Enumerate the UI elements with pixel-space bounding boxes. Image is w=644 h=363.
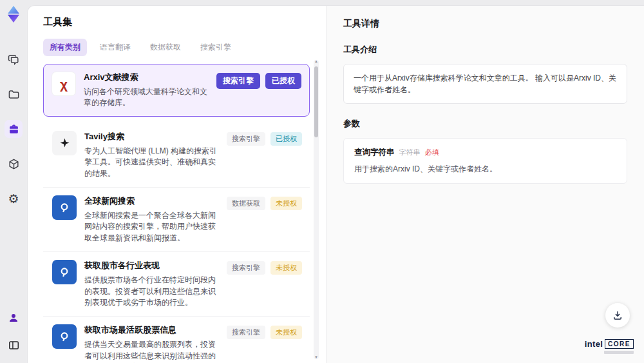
intro-heading: 工具介绍 <box>343 44 627 55</box>
gear-icon: ⚙ <box>8 193 19 205</box>
tool-name: Arxiv文献搜索 <box>84 72 209 83</box>
category-tabs: 所有类别 语言翻译 数据获取 搜索引擎 <box>43 39 326 56</box>
toolbox-icon <box>8 123 20 135</box>
intro-text: 一个用于从Arxiv存储库搜索科学论文和文章的工具。 输入可以是Arxiv ID… <box>343 64 627 104</box>
tool-card-sector-performance[interactable]: 获取股市各行业表现 提供股票市场各个行业在特定时间段内的表现。投资者可以利用这些… <box>43 252 310 317</box>
tool-description: 提供股票市场各个行业在特定时间段内的表现。投资者可以利用这些信息来识别表现优于或… <box>84 275 219 308</box>
tool-name: Tavily搜索 <box>84 131 219 142</box>
auth-badge: 已授权 <box>265 73 301 89</box>
tab-data-fetch[interactable]: 数据获取 <box>144 39 187 56</box>
param-required-badge: 必填 <box>425 148 439 157</box>
param-description: 用于搜索的Arxiv ID、关键字或作者姓名。 <box>354 164 616 175</box>
tool-list-panel: 工具集 所有类别 语言翻译 数据获取 搜索引擎 χ Arxiv文献搜索 访问各个… <box>28 6 326 363</box>
main-content: 工具集 所有类别 语言翻译 数据获取 搜索引擎 χ Arxiv文献搜索 访问各个… <box>27 5 644 363</box>
scroll-down-icon[interactable]: ▼ <box>314 355 319 359</box>
list-scrollbar-thumb[interactable] <box>314 66 318 137</box>
list-scrollbar[interactable]: ▲ ▼ <box>314 60 319 359</box>
download-icon <box>612 309 623 321</box>
user-icon <box>8 312 19 324</box>
sidebar-item-account[interactable] <box>5 309 23 327</box>
cube-icon <box>8 158 20 170</box>
tool-list: χ Arxiv文献搜索 访问各个研究领域大量科学论文和文章的存储库。 搜索引擎 … <box>43 64 310 363</box>
tool-card-arxiv[interactable]: χ Arxiv文献搜索 访问各个研究领域大量科学论文和文章的存储库。 搜索引擎 … <box>43 64 310 117</box>
core-wordmark: core <box>605 339 634 349</box>
auth-badge: 未授权 <box>270 326 302 339</box>
sidebar-item-models[interactable] <box>5 155 23 173</box>
category-badge: 搜索引擎 <box>227 326 265 339</box>
tool-name: 获取股市各行业表现 <box>84 260 219 271</box>
param-name: 查询字符串 <box>354 147 395 158</box>
auth-badge: 已授权 <box>270 132 302 146</box>
tool-name: 全球新闻搜索 <box>84 195 219 207</box>
intel-sublabel <box>604 351 634 354</box>
tool-card-global-news[interactable]: 全球新闻搜索 全球新闻搜索是一个聚合全球各大新闻网站内容的搜索引擎，帮助用户快速… <box>43 188 310 252</box>
sidebar-item-chat[interactable] <box>5 50 23 68</box>
category-badge: 搜索引擎 <box>216 73 260 89</box>
category-badge: 搜索引擎 <box>227 132 265 146</box>
sidebar-item-files[interactable] <box>5 85 23 103</box>
scroll-up-icon[interactable]: ▲ <box>314 59 319 63</box>
tool-description: 专为人工智能代理 (LLM) 构建的搜索引擎工具。可快速提供实时、准确和真实的结… <box>84 146 219 179</box>
intel-wordmark: intel <box>585 339 603 349</box>
category-badge: 数据获取 <box>227 197 265 210</box>
chat-icon <box>8 54 20 66</box>
app-sidebar: ⚙ <box>0 0 27 363</box>
detail-title: 工具详情 <box>343 18 627 30</box>
params-heading: 参数 <box>343 118 627 130</box>
param-type: 字符串 <box>399 148 421 157</box>
sidebar-item-settings[interactable]: ⚙ <box>5 190 23 208</box>
tool-description: 全球新闻搜索是一个聚合全球各大新闻网站内容的搜索引擎，帮助用户快速获取全球最新资… <box>84 210 219 244</box>
arxiv-logo-icon: χ <box>52 72 76 96</box>
brand-logo <box>5 5 23 23</box>
tab-all-categories[interactable]: 所有类别 <box>43 39 87 56</box>
tool-card-most-active-stocks[interactable]: 获取市场最活跃股票信息 提供当天交易量最高的股票列表，投资者可以利用这些信息来识… <box>43 317 310 363</box>
tool-description: 提供当天交易量最高的股票列表，投资者可以利用这些信息来识别流动性强的股票和潜在的… <box>84 339 219 363</box>
folder-icon <box>8 88 20 101</box>
sparkle-logo-icon <box>52 131 77 155</box>
auth-badge: 未授权 <box>270 261 302 275</box>
news-q-logo-icon <box>52 195 77 220</box>
tool-description: 访问各个研究领域大量科学论文和文章的存储库。 <box>84 86 209 109</box>
download-button[interactable] <box>605 303 630 328</box>
tool-name: 获取市场最活跃股票信息 <box>84 324 219 336</box>
tab-language-translate[interactable]: 语言翻译 <box>93 39 137 56</box>
panel-icon <box>8 339 20 351</box>
category-badge: 搜索引擎 <box>227 261 265 275</box>
intel-core-logo: intel core <box>585 339 634 354</box>
page-title: 工具集 <box>43 16 326 28</box>
tool-card-tavily[interactable]: Tavily搜索 专为人工智能代理 (LLM) 构建的搜索引擎工具。可快速提供实… <box>43 123 310 188</box>
param-card: 查询字符串 字符串 必填 用于搜索的Arxiv ID、关键字或作者姓名。 <box>343 138 627 184</box>
sidebar-item-tools[interactable] <box>5 120 23 138</box>
news-q-logo-icon <box>52 324 77 349</box>
sidebar-toggle[interactable] <box>5 336 23 354</box>
news-q-logo-icon <box>52 260 77 284</box>
tab-search-engine[interactable]: 搜索引擎 <box>194 39 238 56</box>
auth-badge: 未授权 <box>270 197 302 210</box>
tool-detail-panel: 工具详情 工具介绍 一个用于从Arxiv存储库搜索科学论文和文章的工具。 输入可… <box>326 6 644 363</box>
